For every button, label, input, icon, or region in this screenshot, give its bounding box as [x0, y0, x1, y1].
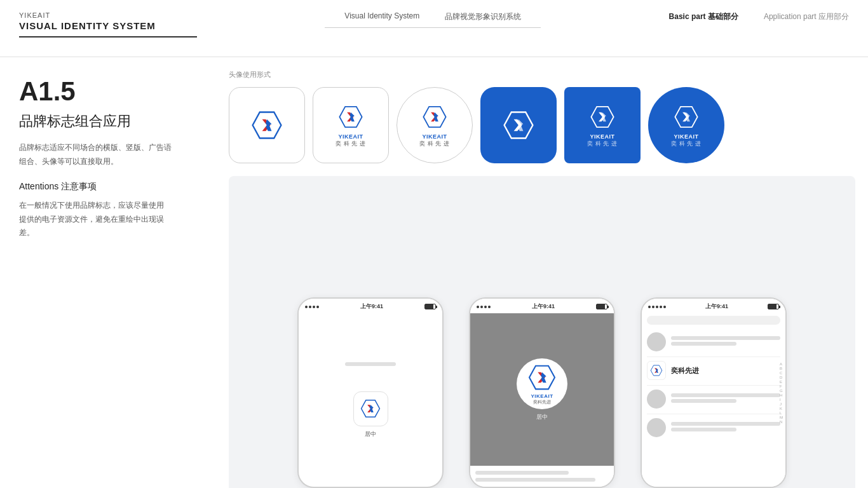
phone-battery-1	[424, 304, 436, 309]
attention-desc: 在一般情况下使用品牌标志，应该尽量使用 提供的电子资源文件，避免在重绘中出现误 …	[19, 199, 197, 240]
phone-signal-3	[648, 306, 666, 308]
logo-text-2: YIKEAIT	[338, 133, 363, 140]
phone-list-logo-icon	[647, 361, 666, 380]
logo-box-1	[229, 87, 305, 163]
logo-cn-2: 奕 科 先 进	[336, 140, 365, 148]
section-desc: 品牌标志适应不同场合的横版、竖版、广告语 组合、头像等可以直接取用。	[19, 141, 197, 168]
phone-list-logo-name: 奕科先进	[671, 366, 699, 376]
splash-brand-text: YIKEAIT	[531, 393, 553, 399]
phone-time-3: 上午9:41	[705, 302, 728, 311]
logo-text-6: YIKEAIT	[674, 133, 698, 140]
logo-box-4	[480, 87, 557, 163]
phone-list-screen: 奕科先进	[642, 327, 785, 487]
phone-battery-2	[596, 304, 607, 309]
phone-mockup-2: 上午9:41 YIKEAIT 奕科先进	[469, 297, 615, 488]
app-icon-1	[353, 391, 388, 426]
logo-cn-3: 奕 科 先 进	[419, 140, 449, 148]
nav-application-part: Application part 应用部分	[764, 11, 849, 22]
phone-time-1: 上午9:41	[360, 302, 383, 311]
brand-title: VISUAL IDENTITY SYSTEM	[19, 20, 197, 31]
yikeait-logo-6	[672, 103, 700, 131]
phone-status-bar-2: 上午9:41	[470, 299, 614, 313]
phone-list-item-placeholder-2	[647, 390, 780, 409]
yikeait-logo-1	[249, 107, 285, 143]
nav-vis-identity-cn: 品牌视觉形象识别系统	[445, 11, 521, 22]
phones-section: 上午9:41 居中	[229, 176, 855, 488]
splash-label: 居中	[536, 413, 548, 421]
phone-splash-screen: YIKEAIT 奕科先进 居中	[470, 313, 614, 466]
main-content: A1.5 品牌标志组合应用 品牌标志适应不同场合的横版、竖版、广告语 组合、头像…	[0, 57, 868, 488]
logo-box-6: YIKEAIT 奕 科 先 进	[648, 87, 724, 163]
phone-status-bar-3: 上午9:41	[642, 299, 785, 313]
section-number: A1.5	[19, 76, 197, 107]
phone-signal-2	[477, 306, 491, 308]
app-label-1: 居中	[365, 430, 376, 438]
header-logo: YIKEAIT VISUAL IDENTITY SYSTEM	[19, 11, 197, 37]
nav-vis-identity: Visual Identity System	[344, 11, 419, 22]
phone-time-2: 上午9:41	[532, 302, 555, 311]
icons-label: 头像使用形式	[229, 70, 855, 79]
phone-list-logo-item: 奕科先进	[647, 361, 780, 380]
nav-basic-part: Basic part 基础部分	[669, 11, 738, 22]
yikeait-logo-3	[421, 103, 449, 131]
logo-box-5: YIKEAIT 奕 科 先 进	[564, 87, 641, 163]
phone-list-item-placeholder-3	[647, 418, 780, 437]
splash-logo: YIKEAIT 奕科先进	[517, 358, 567, 409]
splash-brand-cn: 奕科先进	[533, 399, 551, 405]
phone-side-index: A B C D E F G H I J K L M N	[780, 362, 783, 424]
phone-home-screen-1: 居中	[299, 313, 442, 487]
phone-signal-1	[305, 306, 319, 308]
yikeait-logo-4	[501, 107, 536, 143]
yikeait-logo-2	[337, 103, 365, 131]
header: YIKEAIT VISUAL IDENTITY SYSTEM Visual Id…	[0, 0, 868, 57]
logo-cn-5: 奕 科 先 进	[587, 140, 617, 148]
logo-box-2: YIKEAIT 奕 科 先 进	[313, 87, 389, 163]
logo-cn-6: 奕 科 先 进	[671, 140, 701, 148]
logo-box-3: YIKEAIT 奕 科 先 进	[397, 87, 473, 163]
section-title: 品牌标志组合应用	[19, 112, 197, 131]
phone-battery-3	[768, 304, 779, 309]
attention-title: Attentions 注意事项	[19, 181, 197, 193]
phone-status-bar-1: 上午9:41	[299, 299, 442, 313]
left-panel: A1.5 品牌标志组合应用 品牌标志适应不同场合的横版、竖版、广告语 组合、头像…	[0, 57, 216, 488]
logo-icons-row: YIKEAIT 奕 科 先 进 YIKEAIT 奕 科 先 进	[229, 87, 855, 163]
phone-list-item-placeholder-1	[647, 332, 780, 351]
phone-mockup-3: 上午9:41	[641, 297, 787, 488]
phone-mockup-1: 上午9:41 居中	[297, 297, 444, 488]
right-panel: 头像使用形式 YI	[216, 57, 868, 488]
yikeait-logo-5	[588, 103, 616, 131]
logo-text-3: YIKEAIT	[422, 133, 447, 140]
logo-text-5: YIKEAIT	[590, 133, 614, 140]
brand-name: YIKEAIT	[19, 11, 197, 19]
